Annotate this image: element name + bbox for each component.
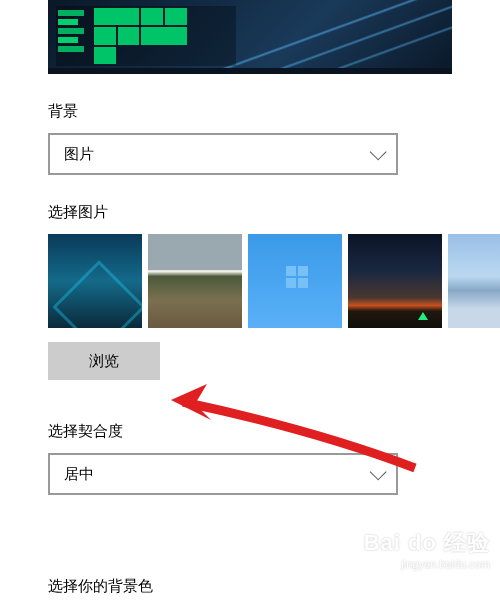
- start-menu-preview: [56, 6, 236, 66]
- picture-thumb-2[interactable]: [148, 234, 242, 328]
- chevron-down-icon: [370, 463, 387, 480]
- picture-thumbnails: [48, 234, 452, 328]
- background-label: 背景: [48, 102, 452, 121]
- picture-thumb-1[interactable]: [48, 234, 142, 328]
- choose-picture-label: 选择图片: [48, 203, 452, 222]
- browse-button[interactable]: 浏览: [48, 342, 160, 380]
- fit-select-value: 居中: [64, 465, 94, 484]
- background-select[interactable]: 图片: [48, 133, 398, 175]
- watermark-url: jingyan.baidu.com: [364, 558, 490, 570]
- picture-thumb-5[interactable]: [448, 234, 500, 328]
- chevron-down-icon: [370, 143, 387, 160]
- picture-thumb-4[interactable]: [348, 234, 442, 328]
- background-select-value: 图片: [64, 145, 94, 164]
- fit-select[interactable]: 居中: [48, 453, 398, 495]
- choose-bg-color-label-cut: 选择你的背景色: [48, 577, 153, 596]
- settings-panel: 背景 图片 选择图片 浏览 选择契合度 居中: [0, 0, 500, 600]
- watermark: Bai do 经验 jingyan.baidu.com: [364, 528, 490, 570]
- watermark-brand: Bai do 经验: [364, 528, 490, 558]
- desktop-preview: [48, 0, 452, 74]
- choose-fit-label: 选择契合度: [48, 422, 452, 441]
- picture-thumb-3[interactable]: [248, 234, 342, 328]
